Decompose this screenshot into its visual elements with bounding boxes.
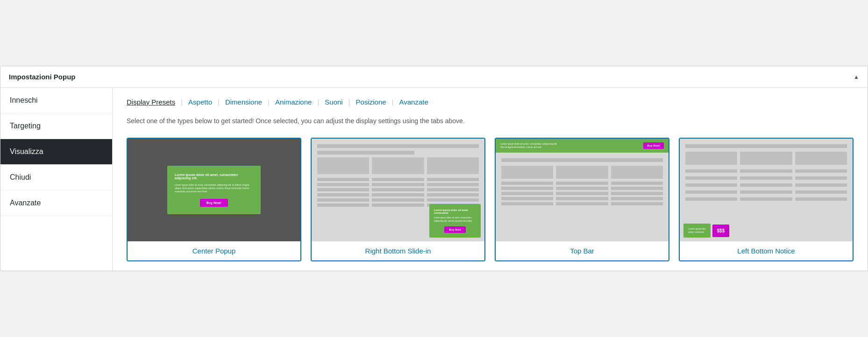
left-bottom-btn: $$$ <box>712 225 730 237</box>
preset-card-top-bar[interactable]: Lorem ipsum dolor sit amet, consectetur … <box>495 138 669 261</box>
center-popup-mockup: Lorem ipsum dolor sit amet, consectetur … <box>167 166 261 214</box>
collapse-icon[interactable]: ▲ <box>854 74 859 80</box>
preset-preview-slide-in: Lorem ipsum dolor sit amet, consectetur … <box>312 139 484 241</box>
sidebar: Inneschi Targeting Visualizza Chiudi Ava… <box>0 88 113 271</box>
center-popup-label: Center Popup <box>128 241 300 260</box>
tab-suoni[interactable]: Suoni <box>325 97 342 107</box>
tab-sep-3: | <box>268 98 270 106</box>
slide-in-popup-mockup: Lorem ipsum dolor sit amet, consectetur … <box>429 204 481 238</box>
page-description: Select one of the types below to get sta… <box>127 116 854 126</box>
tab-sep-5: | <box>349 98 350 106</box>
panel-main: Inneschi Targeting Visualizza Chiudi Ava… <box>0 88 868 271</box>
tab-sep-4: | <box>317 98 319 106</box>
tab-sep-6: | <box>392 98 394 106</box>
popup-settings-panel: Impostazioni Popup ▲ Inneschi Targeting … <box>0 66 868 271</box>
preset-preview-top-bar: Lorem ipsum dolor sit amet, consectetur … <box>496 139 669 241</box>
preset-card-slide-in[interactable]: Lorem ipsum dolor sit amet, consectetur … <box>311 138 485 261</box>
tab-sep-1: | <box>181 98 183 106</box>
tab-dimensione[interactable]: Dimensione <box>225 97 262 107</box>
center-popup-btn: Buy Now! <box>200 199 228 207</box>
main-content: Display Presets | Aspetto | Dimensione |… <box>113 88 868 271</box>
preset-preview-center-popup: Lorem ipsum dolor sit amet, consectetur … <box>128 139 300 241</box>
presets-grid: Lorem ipsum dolor sit amet, consectetur … <box>127 138 854 261</box>
preset-card-center-popup[interactable]: Lorem ipsum dolor sit amet, consectetur … <box>127 138 301 261</box>
preset-card-left-bottom[interactable]: Lorem ipsum doramet, consecte $$$ Left B… <box>679 138 854 261</box>
left-bottom-notice-mockup: Lorem ipsum doramet, consecte $$$ <box>683 224 729 238</box>
sidebar-item-chiudi[interactable]: Chiudi <box>0 165 112 190</box>
tab-aspetto[interactable]: Aspetto <box>188 97 212 107</box>
tab-sep-2: | <box>218 98 220 106</box>
tab-bar: Display Presets | Aspetto | Dimensione |… <box>127 97 854 107</box>
tab-animazione[interactable]: Animazione <box>275 97 312 107</box>
slide-in-label: Right Bottom Slide-in <box>312 241 484 260</box>
tab-display-presets[interactable]: Display Presets <box>127 97 175 107</box>
sidebar-item-avanzate[interactable]: Avanzate <box>0 190 112 216</box>
left-bottom-label: Left Bottom Notice <box>680 241 853 260</box>
preset-preview-left-bottom: Lorem ipsum doramet, consecte $$$ <box>680 139 853 241</box>
tab-posizione[interactable]: Posizione <box>356 97 386 107</box>
slide-in-btn: Buy Now <box>444 226 466 233</box>
top-bar-label: Top Bar <box>496 241 669 260</box>
panel-header: Impostazioni Popup ▲ <box>0 66 868 88</box>
tab-avanzate[interactable]: Avanzate <box>399 97 428 107</box>
sidebar-item-inneschi[interactable]: Inneschi <box>0 88 112 113</box>
sidebar-item-visualizza[interactable]: Visualizza <box>0 139 112 165</box>
panel-title: Impostazioni Popup <box>9 73 76 81</box>
top-bar-btn: Buy Now! <box>643 142 664 149</box>
sidebar-item-targeting[interactable]: Targeting <box>0 113 112 139</box>
